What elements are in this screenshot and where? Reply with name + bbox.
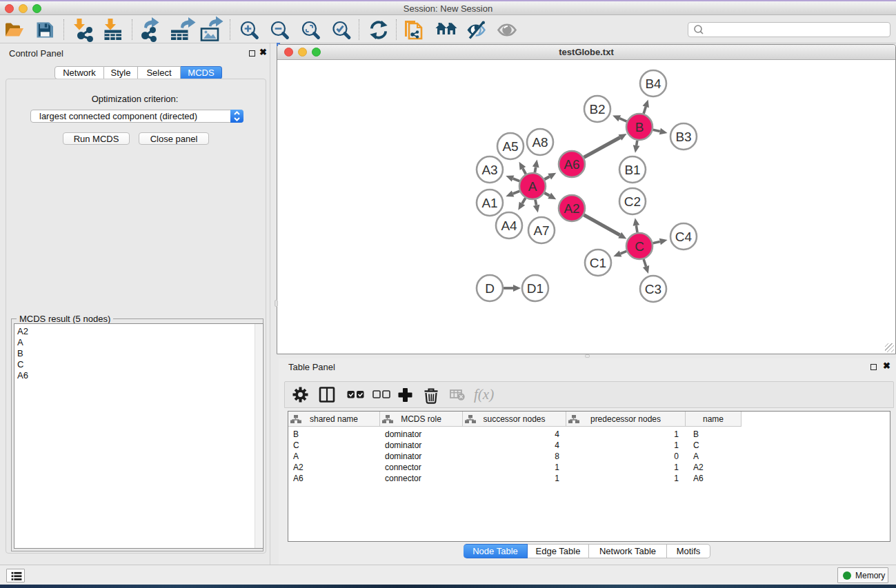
svg-text:A7: A7 (533, 223, 549, 238)
svg-text:C: C (635, 239, 644, 254)
svg-text:B: B (635, 120, 644, 134)
svg-text:B1: B1 (624, 163, 640, 177)
svg-text:A2: A2 (564, 201, 579, 216)
svg-text:A: A (528, 179, 537, 194)
svg-text:C1: C1 (590, 256, 606, 270)
svg-text:D1: D1 (527, 281, 544, 296)
svg-text:D: D (485, 281, 495, 296)
svg-text:A6: A6 (564, 157, 579, 172)
svg-text:B2: B2 (589, 102, 605, 116)
svg-text:A3: A3 (481, 163, 497, 177)
svg-text:C4: C4 (675, 230, 693, 244)
svg-text:C2: C2 (624, 194, 641, 209)
svg-text:A5: A5 (502, 139, 518, 154)
svg-text:B3: B3 (675, 130, 691, 144)
svg-text:A8: A8 (532, 135, 548, 150)
svg-text:C3: C3 (645, 282, 661, 296)
svg-text:B4: B4 (645, 77, 661, 91)
svg-text:A4: A4 (501, 219, 517, 233)
svg-text:A1: A1 (481, 196, 497, 210)
svg-text:f(x): f(x) (474, 386, 494, 403)
